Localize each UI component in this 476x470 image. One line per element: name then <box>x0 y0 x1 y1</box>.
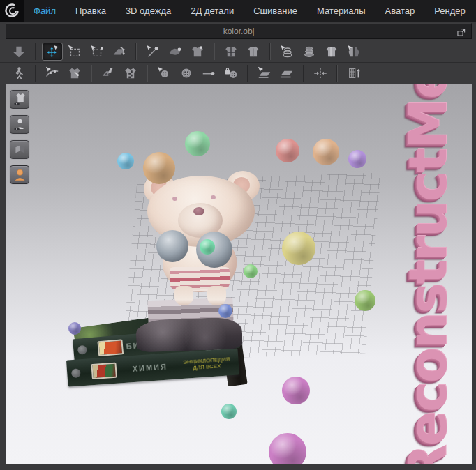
toolbar-secondary <box>0 62 476 84</box>
button-tool-icon[interactable] <box>176 64 197 82</box>
bear-nose <box>193 207 204 215</box>
document-tab-bar: kolor.obj <box>6 23 472 39</box>
mesh-up-tool-icon[interactable] <box>343 64 364 82</box>
tool-group <box>151 64 244 82</box>
tool-group <box>341 64 367 82</box>
sphere-tan[interactable] <box>143 152 175 184</box>
fold-arrangement-tool-icon[interactable] <box>109 43 130 61</box>
checkered-garment-tool-icon[interactable] <box>120 64 141 82</box>
sphere-lightblue[interactable] <box>117 153 134 169</box>
sphere-salmon[interactable] <box>276 139 299 162</box>
document-title: kolor.obj <box>223 26 255 36</box>
book-cover-thumbnail <box>91 363 117 379</box>
lock-button-tool-icon[interactable] <box>221 64 241 82</box>
sphere-peach[interactable] <box>313 139 339 165</box>
toolbar-main <box>0 40 476 62</box>
sphere-aqua[interactable] <box>200 239 215 255</box>
3d-viewport[interactable]: БИОЛОГИЯ ЭНЦИКЛОПЕДИЯ ДЛЯ ВСЕХ ХИМИЯ ЭНЦ… <box>6 84 472 464</box>
reconstructme-watermark: ReconstructMe <box>398 84 458 464</box>
menu-аватар[interactable]: Аватар <box>375 0 425 22</box>
sphere-green-small[interactable] <box>244 264 258 278</box>
bear-glove-left <box>156 230 188 262</box>
book-emblem-icon <box>71 368 81 378</box>
stitch-line-tool-icon[interactable] <box>198 64 219 82</box>
menu-правка[interactable]: Правка <box>66 0 116 22</box>
edit-pattern-tool-icon[interactable] <box>87 43 107 61</box>
ring-stack-tool-icon[interactable] <box>299 43 320 61</box>
tool-group <box>39 43 133 61</box>
pin-select-tool-icon[interactable] <box>142 43 163 61</box>
toolbar-separator <box>135 43 137 60</box>
sphere-blue[interactable] <box>218 304 232 318</box>
toolbar-separator <box>214 43 215 60</box>
drape-garment-tool-icon[interactable] <box>243 43 264 61</box>
book-cover-thumbnail <box>97 339 124 356</box>
menu-2д-детали[interactable]: 2Д детали <box>181 0 244 22</box>
texture-brush-tool-icon[interactable] <box>98 64 119 82</box>
application-window: { "app": { "accent_color": "#3fa9e1", "w… <box>0 0 476 470</box>
sculpt-tool-icon[interactable] <box>165 43 186 61</box>
bear-leg-left <box>174 286 193 305</box>
sphere-orchid-large[interactable] <box>269 433 306 464</box>
mirror-garment-tool-icon[interactable] <box>343 43 364 61</box>
tool-group <box>6 64 32 82</box>
float-window-icon[interactable] <box>455 26 468 38</box>
app-logo-icon <box>0 0 24 22</box>
toolbar-separator <box>303 65 304 82</box>
menu-файл[interactable]: Файл <box>24 0 66 22</box>
sphere-teal[interactable] <box>221 404 237 419</box>
marquee-select-tool-icon[interactable] <box>64 43 85 61</box>
sphere-orchid[interactable] <box>282 377 310 404</box>
bear-eye-left <box>172 197 177 201</box>
plane-select-tool-icon[interactable] <box>254 64 275 82</box>
book-emblem-icon <box>77 345 87 355</box>
toggle-avatar-visibility[interactable] <box>10 115 29 134</box>
tool-group <box>140 43 211 61</box>
toolbar-separator <box>35 43 36 60</box>
pedestal-base <box>135 317 243 352</box>
ring-select-tool-icon[interactable] <box>276 43 297 61</box>
book-series-label: ЭНЦИКЛОПЕДИЯ ДЛЯ ВСЕХ <box>183 356 230 372</box>
tool-group <box>6 43 32 61</box>
curve-pins-tool-icon[interactable] <box>42 64 63 82</box>
button-select-tool-icon[interactable] <box>154 64 174 82</box>
quarter-garment-tool-icon[interactable] <box>221 43 241 61</box>
drop-arrow-tool-icon[interactable] <box>8 43 29 61</box>
garment-pin-tool-icon[interactable] <box>64 64 85 82</box>
tool-group <box>39 64 88 82</box>
view-toggle-panel <box>10 90 29 184</box>
menu-сшивание[interactable]: Сшивание <box>244 0 307 22</box>
toolbar-separator <box>147 65 148 82</box>
walk-avatar-tool-icon[interactable] <box>8 64 29 82</box>
move-select-tool-icon[interactable] <box>42 43 63 61</box>
sphere-violet[interactable] <box>68 322 81 335</box>
show-avatar-button[interactable] <box>10 165 29 184</box>
book-title: ХИМИЯ <box>117 361 184 374</box>
menu-рендер[interactable]: Рендер <box>424 0 475 22</box>
plane-tool-icon[interactable] <box>276 64 297 82</box>
sphere-olive[interactable] <box>355 290 375 311</box>
zipper-tool-icon[interactable] <box>310 64 331 82</box>
toggle-pattern-visibility[interactable] <box>10 140 29 159</box>
tool-group <box>307 64 334 82</box>
pin-garment-tool-icon[interactable] <box>187 43 208 61</box>
toolbar-separator <box>336 65 338 82</box>
solid-garment-tool-icon[interactable] <box>321 43 342 61</box>
menu-материалы[interactable]: Материалы <box>307 0 375 22</box>
tool-group <box>95 64 144 82</box>
bear-leg-right <box>207 286 226 305</box>
menu-3d-одежда[interactable]: 3D одежда <box>116 0 181 22</box>
tool-group <box>251 64 300 82</box>
sphere-purple[interactable] <box>348 150 366 168</box>
toolbar-separator <box>35 65 36 82</box>
toggle-garment-visibility[interactable] <box>10 90 29 109</box>
tool-group <box>274 43 367 61</box>
menu-bar: ФайлПравка3D одежда2Д деталиСшиваниеМате… <box>0 0 476 22</box>
sphere-green-large[interactable] <box>185 131 210 156</box>
toolbar-separator <box>91 65 92 82</box>
toolbar-separator <box>247 65 248 82</box>
tool-group <box>218 43 267 61</box>
toolbar-separator <box>269 43 271 60</box>
sphere-yellow[interactable] <box>282 232 315 265</box>
bear-eye-right <box>211 195 216 199</box>
